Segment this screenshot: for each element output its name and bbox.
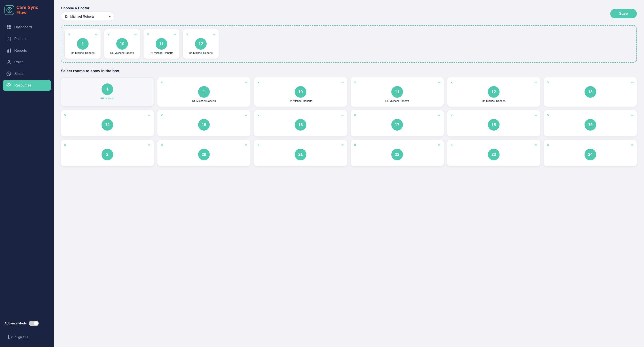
- remove-room-button[interactable]: ✕: [450, 80, 454, 84]
- card-actions: ✕ ✏: [63, 113, 152, 117]
- room-number-circle: 14: [102, 119, 113, 130]
- room-card[interactable]: ✕ ✏ 23: [447, 140, 540, 166]
- edit-room-button[interactable]: ✏: [630, 143, 634, 147]
- sidebar-item-roles[interactable]: Roles: [3, 57, 51, 68]
- selected-rooms-box: ✕ ✏ 1 Dr. Michael Roberts ✕ ✏ 10 Dr. Mic…: [61, 25, 637, 62]
- room-card[interactable]: ✕ ✏ 10 Dr. Michael Roberts: [254, 77, 347, 107]
- edit-room-button[interactable]: ✏: [340, 113, 345, 117]
- edit-room-button[interactable]: ✏: [534, 113, 538, 117]
- remove-room-button[interactable]: ✕: [546, 80, 550, 84]
- doctor-select[interactable]: Dr. Michael Roberts: [61, 12, 114, 21]
- room-card[interactable]: ✕ ✏ 17: [350, 110, 444, 136]
- save-button[interactable]: Save: [610, 9, 637, 18]
- resources-label: Resources: [14, 84, 31, 88]
- edit-room-button[interactable]: ✏: [173, 32, 177, 36]
- remove-room-button[interactable]: ✕: [256, 113, 260, 117]
- remove-room-button[interactable]: ✕: [353, 80, 357, 84]
- remove-room-button[interactable]: ✕: [185, 32, 190, 36]
- edit-room-button[interactable]: ✏: [147, 113, 152, 117]
- room-number-circle: 1: [77, 38, 88, 50]
- room-card[interactable]: ✕ ✏ 2: [61, 140, 154, 166]
- room-card[interactable]: ✕ ✏ 14: [61, 110, 154, 136]
- svg-rect-4: [7, 28, 8, 29]
- card-actions: ✕ ✏: [353, 80, 442, 84]
- remove-room-button[interactable]: ✕: [256, 80, 260, 84]
- room-number-circle: 18: [488, 119, 500, 130]
- choose-doctor-label: Choose a Doctor: [61, 6, 114, 10]
- room-card[interactable]: ✕ ✏ 1 Dr. Michael Roberts: [158, 77, 250, 107]
- remove-room-button[interactable]: ✕: [160, 143, 164, 147]
- room-doctor-name: Dr. Michael Roberts: [482, 100, 505, 102]
- edit-room-button[interactable]: ✏: [437, 143, 442, 147]
- room-number-circle: 10: [295, 86, 306, 98]
- edit-room-button[interactable]: ✏: [437, 113, 442, 117]
- room-card[interactable]: ✕ ✏ 19: [544, 110, 637, 136]
- sidebar-item-patients[interactable]: Patients: [3, 34, 51, 44]
- room-card[interactable]: ✕ ✏ 16: [254, 110, 347, 136]
- room-card[interactable]: ✕ ✏ 24: [544, 140, 637, 166]
- edit-room-button[interactable]: ✏: [630, 113, 634, 117]
- add-room-card[interactable]: + Add a room: [61, 77, 154, 107]
- remove-room-button[interactable]: ✕: [450, 143, 454, 147]
- edit-room-button[interactable]: ✏: [244, 143, 248, 147]
- sidebar-item-reports[interactable]: Reports: [3, 45, 51, 56]
- svg-rect-7: [7, 50, 8, 52]
- advance-mode-label: Advance Mode: [4, 322, 26, 325]
- remove-room-button[interactable]: ✕: [450, 113, 454, 117]
- room-card[interactable]: ✕ ✏ 12 Dr. Michael Roberts: [447, 77, 540, 107]
- reports-icon: [6, 48, 11, 53]
- remove-room-button[interactable]: ✕: [146, 32, 150, 36]
- svg-point-11: [8, 85, 10, 86]
- remove-room-button[interactable]: ✕: [546, 113, 550, 117]
- card-actions: ✕ ✏: [67, 32, 98, 36]
- edit-room-button[interactable]: ✏: [340, 143, 345, 147]
- room-card[interactable]: ✕ ✏ 20: [158, 140, 250, 166]
- room-number-circle: 20: [198, 149, 210, 160]
- remove-room-button[interactable]: ✕: [353, 113, 357, 117]
- selected-room-card[interactable]: ✕ ✏ 10 Dr. Michael Roberts: [104, 29, 140, 58]
- sidebar-item-status[interactable]: Status: [3, 68, 51, 79]
- selected-room-card[interactable]: ✕ ✏ 1 Dr. Michael Roberts: [65, 29, 100, 58]
- room-number-circle: 12: [195, 38, 206, 50]
- room-card[interactable]: ✕ ✏ 21: [254, 140, 347, 166]
- edit-room-button[interactable]: ✏: [534, 80, 538, 84]
- room-card[interactable]: ✕ ✏ 22: [350, 140, 444, 166]
- edit-room-button[interactable]: ✏: [534, 143, 538, 147]
- edit-room-button[interactable]: ✏: [244, 113, 248, 117]
- remove-room-button[interactable]: ✕: [160, 113, 164, 117]
- remove-room-button[interactable]: ✕: [353, 143, 357, 147]
- advance-mode-toggle[interactable]: [29, 320, 39, 326]
- remove-room-button[interactable]: ✕: [63, 143, 67, 147]
- card-actions: ✕ ✏: [160, 80, 248, 84]
- edit-room-button[interactable]: ✏: [94, 32, 98, 36]
- edit-room-button[interactable]: ✏: [437, 80, 442, 84]
- svg-rect-2: [7, 25, 8, 27]
- card-actions: ✕ ✏: [450, 143, 538, 147]
- status-label: Status: [14, 72, 24, 76]
- card-actions: ✕ ✏: [546, 143, 634, 147]
- room-card[interactable]: ✕ ✏ 15: [158, 110, 250, 136]
- sign-out-button[interactable]: Sign Out: [4, 332, 49, 342]
- selected-room-card[interactable]: ✕ ✏ 11 Dr. Michael Roberts: [144, 29, 179, 58]
- remove-room-button[interactable]: ✕: [546, 143, 550, 147]
- remove-room-button[interactable]: ✕: [106, 32, 111, 36]
- main-content: Choose a Doctor Dr. Michael Roberts ▼ Sa…: [54, 0, 644, 347]
- edit-room-button[interactable]: ✏: [147, 143, 152, 147]
- room-card[interactable]: ✕ ✏ 13: [544, 77, 637, 107]
- room-card[interactable]: ✕ ✏ 11 Dr. Michael Roberts: [350, 77, 444, 107]
- room-doctor-name: Dr. Michael Roberts: [192, 100, 216, 102]
- edit-room-button[interactable]: ✏: [630, 80, 634, 84]
- room-card[interactable]: ✕ ✏ 18: [447, 110, 540, 136]
- sidebar-item-resources[interactable]: Resources: [3, 80, 51, 91]
- edit-room-button[interactable]: ✏: [340, 80, 345, 84]
- remove-room-button[interactable]: ✕: [67, 32, 71, 36]
- remove-room-button[interactable]: ✕: [256, 143, 260, 147]
- app-name-orange: Flow: [16, 10, 26, 15]
- edit-room-button[interactable]: ✏: [134, 32, 138, 36]
- sidebar-item-dashboard[interactable]: Dashboard: [3, 22, 51, 33]
- remove-room-button[interactable]: ✕: [63, 113, 67, 117]
- selected-room-card[interactable]: ✕ ✏ 12 Dr. Michael Roberts: [183, 29, 219, 58]
- edit-room-button[interactable]: ✏: [212, 32, 216, 36]
- edit-room-button[interactable]: ✏: [244, 80, 248, 84]
- remove-room-button[interactable]: ✕: [160, 80, 164, 84]
